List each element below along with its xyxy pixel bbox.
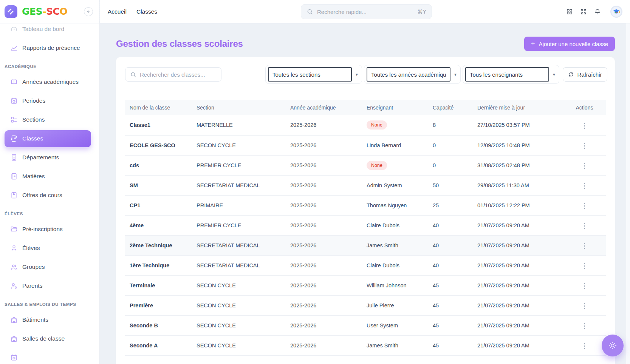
table-row[interactable]: 2ème TechniqueSECRETARIAT MEDICAL2025-20… xyxy=(125,235,606,255)
sidebar-item-salles-de-classe[interactable]: Salles de classe xyxy=(0,329,99,348)
cell-class-name: 2ème Technique xyxy=(125,235,197,255)
sidebar-item-départements[interactable]: Départements xyxy=(0,148,99,167)
row-actions-kebab-icon[interactable] xyxy=(582,321,587,331)
chevron-down-icon: ▼ xyxy=(355,72,359,77)
user-avatar[interactable] xyxy=(610,6,622,18)
cell-capacity: 45 xyxy=(433,335,477,355)
row-actions-kebab-icon[interactable] xyxy=(582,261,587,271)
cell-updated: 21/07/2025 09:20 AM xyxy=(477,275,563,295)
cell-capacity: 45 xyxy=(433,275,477,295)
row-actions-kebab-icon[interactable] xyxy=(582,141,587,151)
cell-updated: 21/07/2025 09:20 AM xyxy=(477,215,563,235)
table-row[interactable]: 1ère TechniqueSECRETARIAT MEDICAL2025-20… xyxy=(125,255,606,275)
table-row[interactable]: 4èmePREMIER CYCLE2025-2026Claire Dubois4… xyxy=(125,215,606,235)
search-icon xyxy=(130,71,136,78)
app-logo-icon xyxy=(5,5,17,18)
table-row[interactable]: PremièreSECON CYCLE2025-2026Julie Pierre… xyxy=(125,295,606,315)
cell-teacher: Linda Bernard xyxy=(367,135,433,155)
table-row[interactable]: Seconde BSECON CYCLE2025-2026User System… xyxy=(125,315,606,335)
cell-teacher-name: Admin System xyxy=(367,182,402,188)
sidebar-item-classes[interactable]: Classes xyxy=(5,130,91,147)
table-row[interactable]: ECOLE GES-SCOSECON CYCLE2025-2026Linda B… xyxy=(125,135,606,155)
cell-class-name: Classe1 xyxy=(125,115,197,135)
refresh-icon xyxy=(568,71,574,77)
col-class-name: Nom de la classe xyxy=(125,100,197,115)
cell-year: 2025-2026 xyxy=(290,235,367,255)
sidebar-item-bâtiments[interactable]: Bâtiments xyxy=(0,310,99,329)
scrollbar-track[interactable] xyxy=(626,23,630,364)
cell-year: 2025-2026 xyxy=(290,275,367,295)
topbar-nav: Accueil Classes xyxy=(108,8,157,15)
years-filter-select[interactable]: Toutes les années académiqu ▼ xyxy=(364,65,461,84)
sidebar-item-label: Classes xyxy=(22,135,43,142)
add-class-button[interactable]: + Ajouter une nouvelle classe xyxy=(524,37,615,51)
sidebar-item-label: Matières xyxy=(22,173,45,180)
none-badge: None xyxy=(367,161,387,170)
sidebar-item-label: Sections xyxy=(22,116,45,123)
cell-capacity: 45 xyxy=(433,315,477,335)
school-icon xyxy=(10,316,18,324)
sidebar-item-parents[interactable]: Parents xyxy=(0,276,99,295)
row-actions-kebab-icon[interactable] xyxy=(582,161,587,171)
table-row[interactable]: Seconde ASECON CYCLE2025-2026James Smith… xyxy=(125,335,606,355)
cell-teacher-name: Thomas Nguyen xyxy=(367,202,407,208)
refresh-button[interactable]: Rafraîchir xyxy=(563,67,607,82)
table-row[interactable]: cdsPREMIER CYCLE2025-2026None031/08/2025… xyxy=(125,155,606,175)
cell-class-name: Terminale xyxy=(125,275,197,295)
row-actions-kebab-icon[interactable] xyxy=(582,241,587,251)
sidebar-item-periodes[interactable]: Periodes xyxy=(0,91,99,110)
cell-teacher: User System xyxy=(367,315,433,335)
row-actions-kebab-icon[interactable] xyxy=(582,221,587,231)
table-row[interactable]: SMSECRETARIAT MEDICAL2025-2026Admin Syst… xyxy=(125,175,606,195)
sidebar-item-pré-inscriptions[interactable]: Pré-inscriptions xyxy=(0,220,99,239)
global-search-input[interactable]: Recherche rapide... ⌘Y xyxy=(301,4,432,19)
sidebar-item-matières[interactable]: Matières xyxy=(0,167,99,186)
cell-updated: 12/09/2025 10:48 PM xyxy=(477,135,563,155)
apps-grid-icon[interactable] xyxy=(566,8,573,15)
sections-filter-select[interactable]: Toutes les sections ▼ xyxy=(265,65,362,84)
col-section: Section xyxy=(197,100,290,115)
cell-year: 2025-2026 xyxy=(290,335,367,355)
bell-icon[interactable] xyxy=(594,8,601,15)
sidebar-item-années-académiques[interactable]: Années académiques xyxy=(0,72,99,91)
settings-fab-button[interactable] xyxy=(602,335,624,356)
sidebar-item-rapports-de-présence[interactable]: Rapports de présence xyxy=(0,39,99,57)
row-actions-kebab-icon[interactable] xyxy=(582,121,587,131)
chevron-down-icon: ▼ xyxy=(454,72,457,77)
teachers-filter-select[interactable]: Tous les enseignants ▼ xyxy=(463,65,559,84)
row-actions-kebab-icon[interactable] xyxy=(582,341,587,351)
cell-teacher-name: William Johnson xyxy=(367,282,407,288)
sidebar-item-label: Tableau de bord xyxy=(22,26,64,32)
table-row[interactable]: Classe1MATERNELLE2025-2026None827/10/202… xyxy=(125,115,606,135)
sidebar-collapse-button[interactable] xyxy=(84,7,93,16)
row-actions-kebab-icon[interactable] xyxy=(582,181,587,191)
logo-row: GES-SCO xyxy=(0,0,99,23)
row-actions-kebab-icon[interactable] xyxy=(582,201,587,211)
col-year: Année académique xyxy=(290,100,367,115)
cell-year: 2025-2026 xyxy=(290,315,367,335)
global-search-placeholder: Recherche rapide... xyxy=(317,9,418,15)
table-row[interactable]: CP1PRIMAIRE2025-2026Thomas Nguyen2501/10… xyxy=(125,195,606,215)
row-actions-kebab-icon[interactable] xyxy=(582,301,587,311)
cell-class-name: 4ème xyxy=(125,215,197,235)
cell-updated: 21/07/2025 09:20 AM xyxy=(477,235,563,255)
sidebar-item-label: Salles de classe xyxy=(22,335,65,342)
nav-link-accueil[interactable]: Accueil xyxy=(108,8,127,15)
class-search-input[interactable]: Rechercher des classes... xyxy=(125,67,221,82)
cell-section: SECON CYCLE xyxy=(197,315,290,335)
row-actions-kebab-icon[interactable] xyxy=(582,281,587,291)
search-icon xyxy=(306,8,313,15)
cell-updated: 01/10/2025 12:22 PM xyxy=(477,195,563,215)
cell-class-name: CP1 xyxy=(125,195,197,215)
fullscreen-icon[interactable] xyxy=(580,8,587,15)
cell-class-name: cds xyxy=(125,155,197,175)
sidebar-item-offres-de-cours[interactable]: Offres de cours xyxy=(0,186,99,205)
sidebar-item-partial[interactable] xyxy=(0,348,99,364)
cell-teacher: Julie Pierre xyxy=(367,295,433,315)
table-row[interactable]: TerminaleSECON CYCLE2025-2026William Joh… xyxy=(125,275,606,295)
sidebar-item-sections[interactable]: Sections xyxy=(0,110,99,129)
sidebar-item-label: Élèves xyxy=(22,245,40,251)
nav-link-classes[interactable]: Classes xyxy=(136,8,157,15)
sidebar-item-élèves[interactable]: Élèves xyxy=(0,239,99,258)
sidebar-item-groupes[interactable]: Groupes xyxy=(0,258,99,276)
